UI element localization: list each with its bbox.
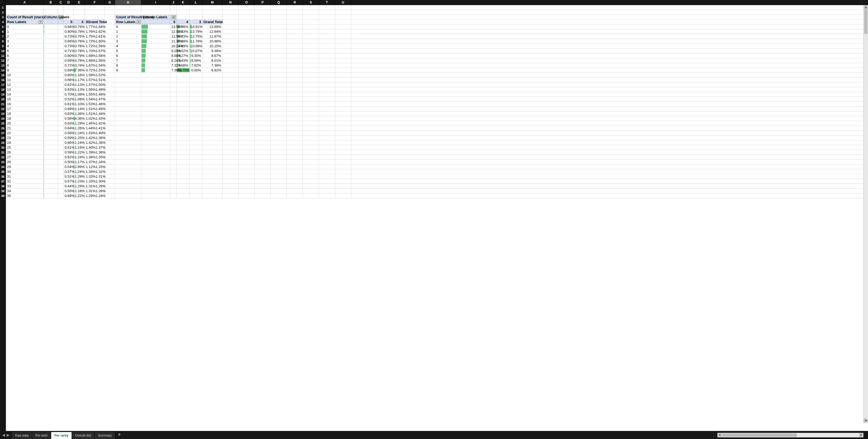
cell[interactable] (335, 63, 351, 68)
cell[interactable] (105, 53, 115, 58)
cell[interactable] (189, 165, 203, 169)
cell[interactable]: 5.29% (177, 39, 189, 43)
row-header-27[interactable]: 27 (0, 131, 6, 136)
row-header-24[interactable]: 24 (0, 116, 6, 121)
column-header-A[interactable]: A (6, 0, 43, 5)
cell[interactable]: 1 (6, 29, 43, 34)
cell[interactable] (170, 126, 177, 130)
cell[interactable] (141, 140, 170, 145)
cell[interactable] (177, 169, 189, 174)
cell[interactable] (271, 160, 287, 164)
cell[interactable]: 1.18% (74, 188, 85, 193)
cell[interactable] (239, 107, 255, 111)
cell[interactable] (255, 20, 271, 24)
cell[interactable] (303, 5, 319, 10)
cell[interactable]: 0.58% (64, 131, 74, 135)
cell[interactable] (271, 29, 287, 34)
cell[interactable] (239, 179, 255, 183)
cell[interactable] (239, 87, 255, 92)
cell[interactable] (177, 107, 189, 111)
cell[interactable] (43, 188, 58, 193)
cells-area[interactable]: Count of Result (stars)Column LabelsCoun… (6, 5, 868, 431)
cell[interactable] (222, 131, 239, 135)
horizontal-scroll-track[interactable] (722, 433, 859, 437)
cell[interactable] (203, 111, 222, 116)
column-header-D[interactable]: D (64, 0, 74, 5)
cell[interactable] (303, 160, 319, 164)
cell[interactable] (170, 179, 177, 183)
cell[interactable] (239, 145, 255, 150)
cell[interactable]: 0.80% (64, 29, 74, 34)
cell[interactable] (105, 73, 115, 77)
cell[interactable]: 4.36% (74, 116, 85, 121)
column-header-E[interactable]: E (74, 0, 85, 5)
row-header-10[interactable]: 10 (0, 49, 6, 53)
cell[interactable] (239, 116, 255, 121)
cell[interactable] (271, 49, 287, 53)
row-header-30[interactable]: 30 (0, 145, 6, 150)
cell[interactable] (177, 145, 189, 150)
cell[interactable] (335, 20, 351, 24)
cell[interactable] (335, 53, 351, 58)
cell[interactable]: 5.73% (177, 34, 189, 39)
column-header-G[interactable]: G (105, 0, 115, 5)
cell[interactable] (239, 165, 255, 169)
row-header-33[interactable]: 33 (0, 160, 6, 165)
cell[interactable] (141, 116, 170, 121)
cell[interactable] (115, 169, 141, 174)
cell[interactable] (58, 87, 64, 92)
cell[interactable]: 1.23% (74, 179, 85, 183)
cell[interactable]: 0.66% (64, 140, 74, 145)
cell[interactable] (239, 44, 255, 48)
column-header-I[interactable]: I (141, 0, 170, 5)
cell[interactable] (239, 121, 255, 125)
cell[interactable]: 0.60% (64, 73, 74, 77)
cell[interactable] (287, 107, 303, 111)
cell[interactable] (105, 140, 115, 145)
cell[interactable] (319, 39, 335, 43)
cell[interactable] (203, 179, 222, 183)
cell[interactable] (335, 29, 351, 34)
row-header-1[interactable]: 1 (0, 5, 6, 10)
cell[interactable] (287, 34, 303, 39)
cell[interactable] (189, 194, 203, 198)
cell[interactable] (319, 131, 335, 135)
cell[interactable] (203, 15, 222, 19)
cell[interactable]: 1.24% (74, 169, 85, 174)
cell[interactable] (319, 20, 335, 24)
cell[interactable] (64, 5, 74, 10)
cell[interactable]: 1.06% (74, 111, 85, 116)
cell[interactable] (319, 97, 335, 101)
cell[interactable] (74, 15, 85, 19)
cell[interactable] (177, 5, 189, 10)
cell[interactable] (58, 131, 64, 135)
cell[interactable] (287, 78, 303, 82)
cell[interactable]: Count of Result (stars) (6, 15, 43, 19)
cell[interactable] (170, 160, 177, 164)
cell[interactable] (170, 169, 177, 174)
cell[interactable] (189, 131, 203, 135)
cell[interactable] (189, 97, 203, 101)
cell[interactable] (115, 188, 141, 193)
cell[interactable] (58, 39, 64, 43)
cell[interactable] (239, 155, 255, 159)
cell[interactable] (255, 58, 271, 63)
cell[interactable] (222, 73, 239, 77)
cell[interactable] (43, 10, 58, 14)
cell[interactable] (58, 82, 64, 87)
cell[interactable]: 0.72%1.53% (85, 68, 105, 72)
cell[interactable]: 0.61% (64, 145, 74, 150)
cell[interactable] (105, 121, 115, 125)
cell[interactable] (303, 107, 319, 111)
cell[interactable] (170, 73, 177, 77)
row-header-21[interactable]: 21 (0, 102, 6, 107)
cell[interactable] (43, 68, 58, 72)
cell[interactable] (303, 44, 319, 48)
cell[interactable] (177, 131, 189, 135)
cell[interactable] (115, 165, 141, 169)
cell[interactable] (255, 92, 271, 97)
cell[interactable] (303, 179, 319, 183)
cell[interactable]: 1.69%1.56% (85, 53, 105, 58)
cell[interactable] (255, 131, 271, 135)
cell[interactable] (287, 15, 303, 19)
